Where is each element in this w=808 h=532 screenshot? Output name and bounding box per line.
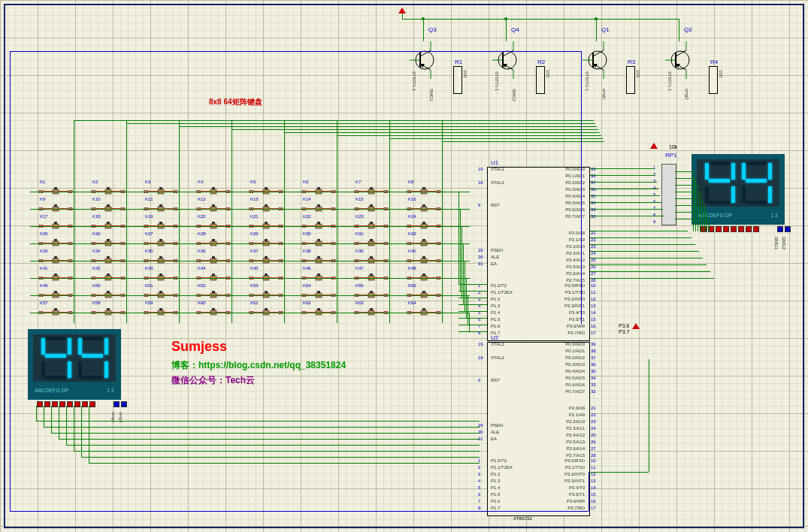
rp-pin-num: 2 (653, 172, 655, 177)
pin-num: 17 (591, 331, 596, 335)
wire (590, 231, 688, 231)
svg-rect-228 (54, 239, 57, 241)
transistor-ref: Q1 (601, 26, 610, 33)
pin-name: P1.0/T2 (491, 283, 507, 288)
key-label: K32 (408, 231, 416, 236)
key-label: K25 (40, 231, 48, 236)
pin-name: P1.5 (491, 492, 500, 497)
wire (590, 237, 691, 238)
schematic-root: 8x8 64矩阵键盘 Sumjess 博客：https://blog.csdn.… (0, 0, 808, 532)
rp-pin-num: 4 (653, 186, 655, 190)
key-label: K44 (198, 266, 206, 271)
wire (675, 212, 693, 213)
key-label: K9 (40, 197, 45, 201)
pin-name: PSEN (491, 248, 503, 252)
seg-footer-right: 1 2 (770, 213, 778, 218)
key-label: K21 (250, 214, 259, 219)
key-label: K46 (303, 266, 311, 271)
vcc-icon (632, 323, 640, 329)
wire (675, 171, 693, 172)
pin-num: 4 (478, 479, 480, 483)
pin-num: 19 (478, 167, 483, 171)
pin-name: P3.4/T0 (569, 310, 585, 315)
pin-name: P0.2/AD2 (565, 180, 585, 185)
wire (44, 427, 480, 428)
svg-rect-428 (107, 291, 110, 293)
svg-rect-300 (107, 256, 110, 258)
pin-num: 36 (591, 362, 596, 367)
rp1-ref: RP1 (665, 152, 677, 159)
seven-seg-display-1[interactable]: ABCDEFG DP1 2 (691, 154, 785, 225)
pin-name: P2.7/A15 (566, 278, 585, 283)
pin-name: P1.3 (491, 479, 500, 483)
svg-rect-524 (317, 308, 320, 310)
pin-name: P2.1/A9 (569, 237, 585, 242)
digit-1 (39, 334, 73, 382)
watermark-blog: 博客：https://blog.csdn.net/qq_38351824 (171, 359, 346, 372)
resistor-R3[interactable] (626, 66, 635, 94)
seven-seg-display-2[interactable]: ABCDEFG DP1 2 (28, 329, 121, 400)
pin-name: P0.5/AD5 (565, 376, 585, 380)
key-label: K43 (145, 266, 153, 271)
resistor-value: 100 (719, 70, 723, 77)
wire (126, 123, 595, 124)
net-smg1: SMG1 (774, 237, 779, 249)
resistor-R1[interactable] (453, 66, 462, 94)
pin-name: P3.5/T1 (569, 317, 585, 322)
wire (179, 126, 597, 127)
net-label: SMG2 (512, 89, 516, 101)
wire (442, 120, 443, 323)
pin-num: 28 (591, 453, 596, 458)
svg-rect-180 (159, 222, 162, 224)
pin-num: 14 (591, 310, 596, 315)
pin-num: 5 (478, 485, 480, 490)
svg-rect-284 (422, 239, 425, 241)
key-label: K38 (303, 249, 311, 253)
key-label: K18 (92, 214, 101, 219)
pin-num: 38 (591, 349, 596, 353)
svg-rect-132 (265, 204, 268, 207)
pin-name: P2.6/A14 (566, 271, 585, 276)
wire (10, 511, 589, 512)
svg-rect-44 (107, 187, 110, 189)
wire (458, 192, 459, 284)
key-label: K61 (250, 301, 259, 305)
wire (695, 178, 696, 231)
resistor-ref: R2 (537, 59, 545, 65)
svg-rect-100 (54, 204, 57, 207)
wire (30, 313, 470, 313)
svg-rect-36 (54, 187, 57, 189)
wire (74, 451, 480, 452)
pin-num: 23 (591, 419, 596, 424)
svg-rect-412 (422, 274, 425, 276)
transistor-part: ST5771-1 (585, 71, 589, 91)
key-label: K53 (250, 283, 259, 288)
pin-name: P2.6/A14 (566, 446, 585, 451)
svg-rect-532 (370, 308, 373, 310)
wire (36, 421, 480, 422)
pin-num: 35 (591, 194, 596, 198)
pin-num: 18 (478, 180, 483, 185)
svg-rect-396 (317, 274, 320, 276)
pin-name: P2.4/A12 (566, 258, 585, 262)
pin-num: 9 (478, 203, 480, 207)
pin-name: P1.3 (491, 304, 500, 308)
pin-name: RST (491, 378, 500, 382)
wire (675, 178, 693, 179)
resistor-R4[interactable] (709, 66, 718, 94)
wire (458, 311, 487, 312)
resistor-R2[interactable] (536, 66, 545, 94)
pin-num: 30 (478, 430, 483, 434)
pin-num: 32 (591, 389, 596, 394)
pin-name: XTAL1 (491, 167, 504, 171)
wire (74, 120, 594, 121)
svg-rect-476 (422, 291, 425, 293)
wire (590, 271, 710, 272)
pin-name: P1.7 (491, 506, 500, 510)
transistor-part: ST5771-1 (667, 71, 672, 91)
wire (458, 331, 487, 332)
wire (590, 264, 707, 265)
pin-name: EA (491, 261, 497, 266)
svg-rect-324 (265, 256, 268, 258)
watermark-wechat: 微信公众号：Tech云 (171, 374, 255, 387)
